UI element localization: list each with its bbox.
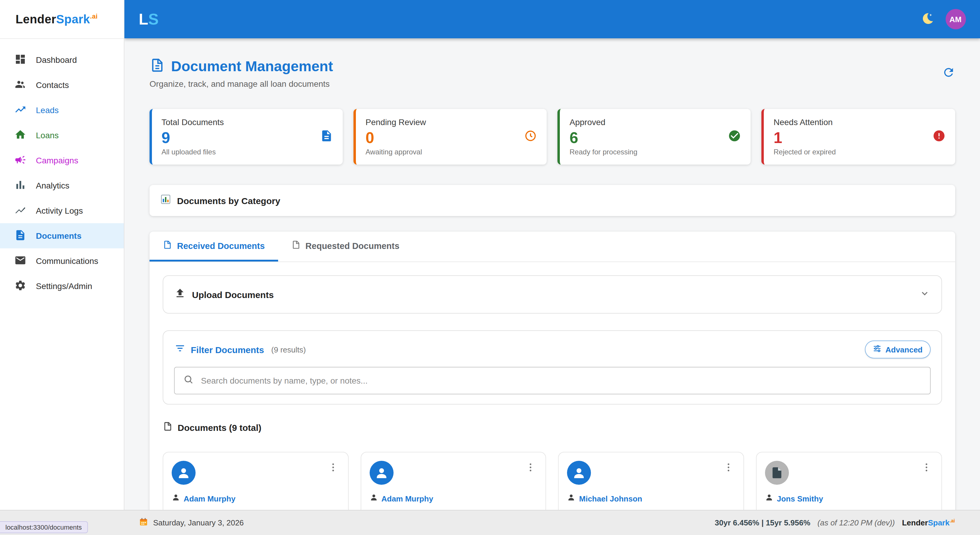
documents-by-category-accordion[interactable]: Documents by Category <box>150 185 955 216</box>
sidebar: LenderSpark.ai Dashboard Contacts Leads … <box>0 0 124 535</box>
document-owner-link[interactable]: Michael Johnson <box>567 493 735 504</box>
filter-results-count: (9 results) <box>271 345 306 354</box>
stat-value: 6 <box>570 128 728 147</box>
rates-as-of: (as of 12:20 PM (dev)) <box>818 518 895 527</box>
document-owner-link[interactable]: Adam Murphy <box>172 493 339 504</box>
documents-tabs-card: Received Documents Requested Documents U… <box>150 232 955 535</box>
stat-value: 9 <box>161 128 320 147</box>
brand-suffix: .ai <box>90 12 98 19</box>
file-outline-icon <box>163 421 173 434</box>
page-title-document-icon <box>150 57 165 75</box>
stat-label: Approved <box>570 117 728 127</box>
tab-requested-documents[interactable]: Requested Documents <box>278 232 412 261</box>
top-app-bar: LS AM <box>124 0 980 38</box>
document-icon <box>320 129 333 145</box>
app-bar-actions: AM <box>920 9 966 29</box>
advanced-filters-button[interactable]: Advanced <box>865 341 931 358</box>
gear-icon <box>14 279 26 293</box>
document-owner-link[interactable]: Adam Murphy <box>369 493 537 504</box>
upload-section-label: Upload Documents <box>192 289 274 299</box>
chevron-down-icon[interactable] <box>918 287 931 302</box>
error-icon <box>932 129 945 145</box>
document-owner-name: Adam Murphy <box>381 494 433 503</box>
check-circle-icon <box>728 129 741 145</box>
line-chart-icon <box>14 204 26 218</box>
footer-brand-logo: LenderSpark.ai <box>902 518 955 527</box>
stat-card-approved: Approved 6 Ready for processing <box>558 109 751 164</box>
refresh-button[interactable] <box>942 65 955 81</box>
kebab-menu-icon <box>525 466 536 474</box>
sidebar-item-communications[interactable]: Communications <box>0 248 124 274</box>
stat-label: Needs Attention <box>774 117 932 127</box>
sidebar-item-contacts[interactable]: Contacts <box>0 72 124 97</box>
dark-mode-toggle[interactable] <box>920 11 935 27</box>
brand-spark: Spark <box>928 518 950 527</box>
stat-caption: Rejected or expired <box>774 148 932 156</box>
sidebar-logo: LenderSpark.ai <box>0 0 124 39</box>
document-owner-name: Michael Johnson <box>579 494 643 503</box>
upload-documents-accordion[interactable]: Upload Documents <box>163 275 942 314</box>
tab-label: Received Documents <box>177 241 265 250</box>
person-avatar-icon <box>369 461 393 485</box>
document-icon <box>14 229 26 243</box>
advanced-button-label: Advanced <box>886 345 923 354</box>
contacts-icon <box>14 78 26 92</box>
mail-icon <box>14 254 26 268</box>
stat-caption: Awaiting approval <box>366 148 524 156</box>
stat-cards-row: Total Documents 9 All uploaded files Pen… <box>150 109 955 164</box>
clock-icon <box>524 129 538 145</box>
brand-suffix: .ai <box>950 518 955 524</box>
document-owner-name: Jons Smithy <box>777 494 823 503</box>
home-icon <box>14 128 26 142</box>
footer-right-group: 30yr 6.456% | 15yr 5.956% (as of 12:20 P… <box>715 518 955 527</box>
stat-label: Pending Review <box>366 117 524 127</box>
sidebar-item-dashboard[interactable]: Dashboard <box>0 47 124 72</box>
person-icon <box>369 493 378 504</box>
document-owner-name: Adam Murphy <box>184 494 235 503</box>
stat-value: 1 <box>774 128 932 147</box>
sidebar-item-campaigns[interactable]: Campaigns <box>0 148 124 173</box>
sidebar-item-loans[interactable]: Loans <box>0 123 124 148</box>
campaign-icon <box>14 153 26 167</box>
sidebar-item-leads[interactable]: Leads <box>0 97 124 123</box>
card-menu-button[interactable] <box>722 461 735 476</box>
sidebar-item-label: Leads <box>36 105 59 115</box>
brand-lender: Lender <box>902 518 928 527</box>
browser-status-bubble: localhost:3300/documents <box>0 521 88 533</box>
dashboard-icon <box>14 53 26 67</box>
received-documents-panel: Upload Documents Filter Documents (9 res… <box>150 262 955 535</box>
user-avatar[interactable]: AM <box>945 9 966 29</box>
document-outline-icon <box>163 240 172 252</box>
document-owner-link[interactable]: Jons Smithy <box>765 493 933 504</box>
sidebar-item-analytics[interactable]: Analytics <box>0 173 124 198</box>
category-section-label: Documents by Category <box>177 195 280 205</box>
sidebar-item-activity-logs[interactable]: Activity Logs <box>0 198 124 223</box>
stat-card-total-documents: Total Documents 9 All uploaded files <box>150 109 343 164</box>
sidebar-item-documents[interactable]: Documents <box>0 223 124 248</box>
sidebar-item-label: Documents <box>36 231 81 240</box>
document-search-box <box>174 367 931 394</box>
card-menu-button[interactable] <box>326 461 339 476</box>
document-outline-icon <box>291 240 301 252</box>
filter-icon <box>174 342 186 357</box>
card-menu-button[interactable] <box>920 461 933 476</box>
main-content: Document Management Organize, track, and… <box>124 38 980 535</box>
kebab-menu-icon <box>723 466 734 474</box>
moon-icon <box>920 11 935 27</box>
sidebar-nav: Dashboard Contacts Leads Loans Campaigns <box>0 47 124 299</box>
card-menu-button[interactable] <box>524 461 538 476</box>
app-bar-logo-l: L <box>139 10 148 28</box>
tab-received-documents[interactable]: Received Documents <box>150 232 278 261</box>
sidebar-item-settings[interactable]: Settings/Admin <box>0 274 124 299</box>
footer-date-group: Saturday, January 3, 2026 <box>139 517 244 529</box>
brand-lender: Lender <box>16 12 56 25</box>
refresh-icon <box>942 65 955 81</box>
person-avatar-icon <box>172 461 196 485</box>
app-bar-logo[interactable]: LS <box>139 10 159 29</box>
documents-list-header: Documents (9 total) <box>163 421 942 434</box>
search-input[interactable] <box>200 375 921 386</box>
kebab-menu-icon <box>921 466 932 474</box>
kebab-menu-icon <box>328 466 338 474</box>
person-avatar-icon <box>567 461 591 485</box>
sidebar-item-label: Contacts <box>36 80 69 90</box>
